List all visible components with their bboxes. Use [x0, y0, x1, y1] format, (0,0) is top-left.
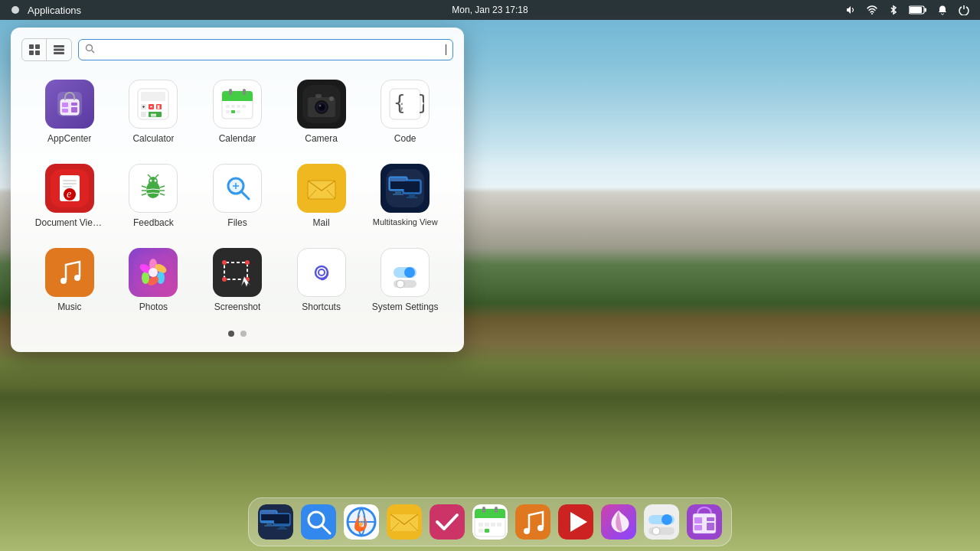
svg-rect-132 — [497, 523, 501, 527]
pagination-dot-1[interactable] — [228, 331, 234, 337]
svg-rect-78 — [390, 178, 406, 181]
svg-rect-114 — [277, 528, 287, 530]
code-label: Code — [394, 133, 416, 144]
app-item-files[interactable]: Files — [197, 156, 278, 234]
dock-item-mail[interactable] — [385, 503, 423, 541]
camera-label: Camera — [305, 133, 338, 144]
menubar-left: Applications — [9, 4, 81, 16]
svg-rect-39 — [237, 110, 240, 113]
svg-rect-111 — [266, 523, 272, 525]
app-item-camera[interactable]: Camera — [281, 72, 362, 150]
feedback-label: Feedback — [133, 217, 174, 228]
svg-rect-3 — [910, 7, 922, 13]
svg-rect-10 — [54, 49, 64, 51]
svg-rect-135 — [515, 504, 550, 540]
docviewer-icon: e — [45, 164, 94, 213]
app-item-music[interactable]: Music — [29, 240, 110, 318]
list-view-button[interactable] — [47, 39, 71, 60]
svg-rect-112 — [279, 526, 285, 528]
menubar-right — [844, 3, 971, 17]
pagination-dot-2[interactable] — [240, 331, 247, 337]
svg-rect-4 — [925, 8, 927, 12]
bluetooth-icon[interactable] — [887, 3, 900, 17]
settings-icon — [381, 248, 430, 297]
svg-rect-47 — [315, 94, 322, 98]
pagination — [21, 331, 453, 337]
search-box — [78, 39, 453, 60]
app-launcher: AppCenter — [11, 28, 464, 352]
svg-rect-73 — [393, 194, 403, 195]
search-icon — [85, 44, 95, 56]
dock-item-calendar[interactable] — [471, 503, 509, 541]
docviewer-label: Document Viewer — [35, 217, 104, 228]
app-item-feedback[interactable]: Feedback — [113, 156, 194, 234]
svg-rect-11 — [54, 52, 64, 54]
svg-point-48 — [329, 96, 334, 101]
dock-item-store[interactable] — [685, 503, 724, 541]
svg-point-1 — [871, 13, 873, 15]
wifi-icon[interactable] — [865, 3, 879, 17]
svg-rect-26 — [141, 112, 146, 117]
app-item-shortcuts[interactable]: Shortcuts — [281, 240, 362, 318]
dock-item-music[interactable] — [514, 503, 552, 541]
calendar-icon — [213, 80, 262, 129]
svg-point-81 — [60, 278, 67, 284]
app-item-settings[interactable]: System Settings — [364, 240, 446, 318]
dock-item-tasks[interactable] — [428, 503, 466, 541]
appcenter-icon — [45, 80, 94, 129]
app-item-appcenter[interactable]: AppCenter — [29, 72, 110, 150]
app-item-multitasking[interactable]: Multitasking View — [364, 156, 446, 234]
app-item-calendar[interactable]: Calendar — [197, 72, 278, 150]
menubar-app-title[interactable]: Applications — [28, 5, 81, 16]
dock-item-browser[interactable] — [342, 503, 381, 541]
app-item-mail[interactable]: Mail — [281, 156, 362, 234]
svg-rect-16 — [62, 103, 68, 107]
screenshot-label: Screenshot — [214, 302, 261, 312]
svg-rect-79 — [404, 181, 420, 192]
dock-item-videos[interactable] — [557, 503, 595, 541]
shortcuts-icon — [297, 248, 346, 297]
apple-menu-icon[interactable] — [9, 4, 21, 16]
svg-rect-9 — [54, 45, 64, 47]
photos-label: Photos — [139, 302, 168, 312]
svg-rect-113 — [264, 525, 274, 527]
cursor-blink — [446, 44, 446, 55]
svg-point-137 — [537, 525, 544, 531]
app-item-screenshot[interactable]: Screenshot — [197, 240, 278, 318]
svg-rect-7 — [29, 51, 34, 55]
svg-rect-122 — [430, 504, 465, 540]
code-icon: { } ; — [381, 80, 430, 129]
dock-item-magnifier[interactable] — [299, 503, 338, 541]
view-toggle — [21, 38, 72, 61]
app-item-calculator[interactable]: Calculator — [113, 72, 194, 150]
svg-rect-127 — [482, 507, 485, 513]
dock-item-multitasking[interactable] — [256, 503, 295, 541]
dock-item-toggle[interactable] — [642, 503, 681, 541]
grid-view-button[interactable] — [22, 39, 47, 60]
launcher-topbar — [21, 38, 453, 61]
volume-icon[interactable] — [844, 3, 858, 17]
menubar: Applications Mon, Jan 23 17:18 — [0, 0, 980, 20]
svg-rect-38 — [231, 110, 235, 113]
battery-icon[interactable] — [908, 3, 928, 17]
app-item-photos[interactable]: Photos — [113, 240, 194, 318]
music-label: Music — [57, 302, 81, 312]
app-item-docviewer[interactable]: e Document Viewer — [29, 156, 110, 234]
svg-point-136 — [524, 528, 530, 534]
search-input[interactable] — [98, 44, 446, 56]
svg-rect-110 — [274, 514, 289, 523]
svg-rect-76 — [407, 197, 417, 198]
files-label: Files — [227, 217, 247, 228]
camera-icon — [297, 80, 346, 129]
app-item-code[interactable]: { } ; Code — [364, 72, 446, 150]
dock-item-kolibri[interactable] — [599, 503, 638, 541]
svg-point-46 — [318, 105, 321, 107]
svg-rect-5 — [29, 44, 34, 49]
power-icon[interactable] — [957, 3, 971, 17]
svg-rect-55 — [63, 180, 77, 181]
svg-rect-80 — [51, 253, 89, 292]
svg-rect-128 — [495, 507, 498, 513]
svg-point-94 — [245, 260, 250, 265]
svg-rect-19 — [71, 107, 77, 112]
notification-icon[interactable] — [936, 3, 949, 17]
